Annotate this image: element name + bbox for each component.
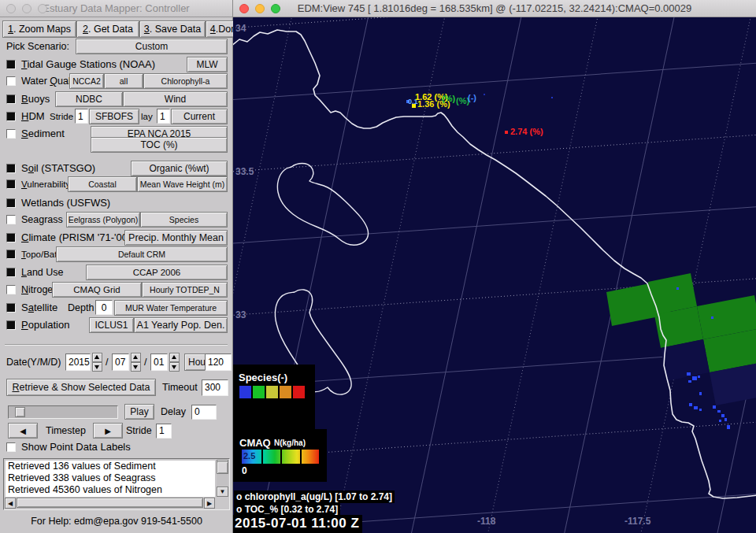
year-input[interactable]: 2015	[65, 353, 91, 371]
tab-save-data[interactable]: 3. Save Data	[139, 20, 206, 38]
zoom-icon[interactable]	[38, 4, 47, 13]
vertical-scroll-thumb[interactable]	[217, 461, 228, 474]
point-label: (%)	[442, 94, 455, 103]
buoys-label: Buoys	[21, 93, 50, 105]
population-checkbox[interactable]	[6, 320, 16, 330]
population-variable-button[interactable]: A1 Yearly Pop. Den.	[134, 317, 228, 333]
landuse-source-button[interactable]: CCAP 2006	[86, 265, 228, 280]
scenario-button[interactable]: Custom	[76, 39, 228, 54]
log-line: Retrieved 136 values of Sediment	[8, 461, 215, 472]
time-slider[interactable]	[8, 405, 118, 419]
year-up-icon[interactable]	[92, 353, 102, 362]
minimize-icon[interactable]	[255, 4, 265, 13]
vulnerability-variable-button[interactable]: Mean Wave Height (m)	[137, 176, 228, 192]
seagrass-source-button[interactable]: Eelgrass (Polygon)	[66, 212, 140, 228]
timeout-label: Timeout	[162, 382, 198, 393]
sediment-variable-button[interactable]: TOC (%)	[91, 137, 228, 153]
satellite-depth-input[interactable]: 0	[95, 300, 113, 315]
hdm-checkbox[interactable]	[6, 112, 16, 121]
day-stepper[interactable]	[169, 353, 180, 372]
anim-stride-input[interactable]: 1	[156, 424, 172, 439]
timestep-prev-button[interactable]: ◀	[8, 423, 38, 439]
buoys-checkbox[interactable]	[6, 94, 16, 104]
month-down-icon[interactable]	[131, 362, 141, 372]
wetlands-checkbox[interactable]	[6, 198, 16, 208]
satellite-variable-button[interactable]: MUR Water Temperature	[114, 300, 228, 316]
species-swatch	[239, 386, 253, 398]
tab-get-data[interactable]: 2. Get Data	[76, 20, 139, 38]
seagrass-checkbox[interactable]	[6, 215, 16, 224]
log-listbox[interactable]: Retrieved 136 values of Sediment Retriev…	[3, 458, 230, 510]
minimize-icon[interactable]	[22, 4, 32, 13]
water-quality-checkbox[interactable]	[6, 76, 16, 86]
soil-variable-button[interactable]: Organic (%wt)	[131, 161, 228, 176]
hdm-variable-button[interactable]: Current	[171, 109, 228, 124]
cmaq-legend-title: CMAQ	[239, 437, 271, 449]
lat-label: 33	[235, 309, 246, 320]
show-point-labels-checkbox[interactable]	[6, 442, 16, 452]
climate-checkbox[interactable]	[6, 233, 16, 242]
timestep-next-button[interactable]: ▶	[93, 423, 123, 439]
lat-label: 34	[235, 23, 246, 34]
time-slider-handle[interactable]	[15, 407, 25, 417]
topobath-checkbox[interactable]	[6, 250, 16, 259]
species-legend: Species(-)	[233, 365, 315, 429]
timeout-input[interactable]: 300	[202, 379, 228, 396]
buoys-variable-button[interactable]: Wind	[123, 91, 228, 107]
play-button[interactable]: Play	[124, 404, 154, 420]
map-canvas[interactable]: 0.1 1.36 (%) 1.62 (%) (%) (%) (-) 2.74 (…	[233, 17, 756, 533]
nitrogen-grid-button[interactable]: CMAQ Grid	[52, 282, 142, 298]
close-icon[interactable]	[239, 4, 249, 13]
scroll-right-icon[interactable]: ▶	[204, 498, 215, 509]
day-up-icon[interactable]	[169, 353, 180, 362]
month-stepper[interactable]	[131, 353, 141, 372]
month-up-icon[interactable]	[131, 353, 141, 362]
sediment-label: Sediment	[21, 128, 65, 139]
water-quality-source-button[interactable]: NCCA2	[69, 73, 104, 89]
scroll-left-icon[interactable]: ◀	[5, 498, 16, 509]
water-quality-all-button[interactable]: all	[104, 73, 143, 89]
tidal-checkbox[interactable]	[6, 60, 16, 69]
horizontal-scrollbar[interactable]: ◀ ▶	[5, 498, 215, 509]
delay-label: Delay	[161, 406, 186, 417]
vulnerability-label: Vulnerability	[21, 180, 70, 189]
close-icon[interactable]	[6, 4, 16, 13]
hours-input[interactable]: 120	[205, 353, 232, 371]
soil-checkbox[interactable]	[6, 164, 16, 173]
population-source-button[interactable]: ICLUS1	[89, 317, 134, 333]
topobath-source-button[interactable]: Default CRM	[56, 246, 228, 262]
seagrass-variable-button[interactable]: Species	[140, 212, 228, 228]
month-input[interactable]: 07	[112, 353, 129, 371]
scroll-down-icon[interactable]: ▼	[217, 487, 228, 497]
horizontal-scroll-thumb[interactable]	[17, 498, 203, 508]
satellite-checkbox[interactable]	[6, 303, 16, 313]
vertical-scrollbar[interactable]: ▲ ▼	[217, 460, 228, 497]
vulnerability-source-button[interactable]: Coastal	[68, 176, 137, 192]
sediment-checkbox[interactable]	[6, 129, 16, 139]
day-input[interactable]: 01	[150, 353, 168, 371]
buoys-source-button[interactable]: NDBC	[55, 91, 123, 107]
hdm-lay-input[interactable]: 1	[157, 109, 170, 124]
nitrogen-checkbox[interactable]	[6, 285, 16, 294]
lon-label: -117.5	[624, 516, 651, 527]
day-down-icon[interactable]	[169, 362, 180, 372]
delay-input[interactable]: 0	[191, 405, 217, 420]
vulnerability-checkbox[interactable]	[6, 180, 16, 189]
nitrogen-variable-button[interactable]: Hourly TOTDEP_N	[142, 282, 228, 298]
water-quality-variable-button[interactable]: Chlorophyll-a	[143, 73, 228, 89]
retrieve-button[interactable]: Retrieve & Show Selected Data	[6, 379, 156, 396]
landuse-checkbox[interactable]	[6, 268, 16, 277]
timestep-label: Timestep	[46, 425, 86, 436]
climate-variable-button[interactable]: Precip. Monthly Mean	[124, 230, 228, 246]
map-titlebar[interactable]: EDM:View 745 [ 1.81016deg = 168.535km] @…	[233, 0, 756, 17]
hdm-stride-input[interactable]: 1	[75, 109, 88, 124]
tidal-datum-button[interactable]: MLW	[187, 57, 228, 72]
hdm-model-button[interactable]: SFBOFS	[89, 109, 139, 124]
tab-zoom-maps[interactable]: 1. Zoom Maps	[2, 20, 76, 38]
year-down-icon[interactable]	[92, 362, 102, 372]
pick-scenario-label: Pick Scenario:	[6, 41, 69, 52]
zoom-icon[interactable]	[271, 4, 280, 13]
point-label: 2.74 (%)	[510, 127, 543, 136]
controller-titlebar[interactable]: Estuary Data Mapper: Controller	[0, 0, 232, 17]
year-stepper[interactable]	[92, 353, 102, 372]
